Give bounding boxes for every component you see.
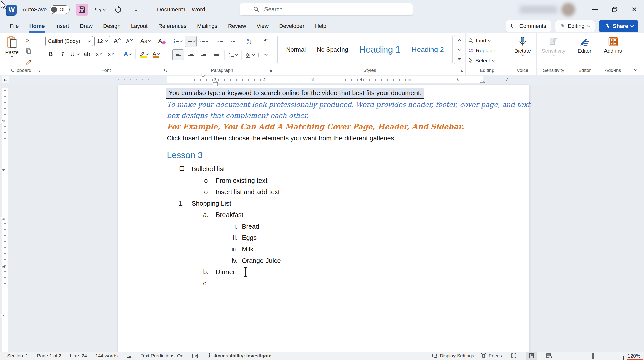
- styles-scroll-down-button[interactable]: [454, 45, 464, 55]
- tab-insert[interactable]: Insert: [50, 20, 74, 32]
- paste-button[interactable]: Paste: [3, 36, 21, 66]
- print-layout-button[interactable]: [526, 352, 537, 360]
- right-indent-marker[interactable]: [480, 80, 485, 84]
- status-accessibility[interactable]: Accessibility: Investigate: [207, 353, 271, 359]
- replace-button[interactable]: Replace: [468, 46, 495, 55]
- status-text-predictions[interactable]: Text Predictions: On: [141, 353, 183, 359]
- bullets-button[interactable]: [172, 36, 183, 47]
- style-heading-2[interactable]: Heading 2: [412, 46, 444, 54]
- selected-sentence[interactable]: You can also type a keyword to search on…: [166, 88, 424, 99]
- account-button[interactable]: [520, 3, 575, 16]
- read-mode-button[interactable]: [508, 352, 519, 360]
- tab-mailings[interactable]: Mailings: [192, 20, 223, 32]
- shading-button[interactable]: [244, 50, 255, 60]
- font-color-button[interactable]: A: [150, 49, 161, 59]
- status-page[interactable]: Page 1 of 2: [37, 353, 61, 359]
- borders-button[interactable]: [257, 50, 268, 60]
- share-button[interactable]: Share: [599, 20, 638, 32]
- first-line-indent-marker[interactable]: [200, 74, 206, 78]
- tab-home[interactable]: Home: [24, 20, 50, 32]
- status-line[interactable]: Line: 24: [70, 353, 87, 359]
- style-normal[interactable]: Normal: [286, 46, 306, 53]
- display-settings-button[interactable]: Display Settings: [432, 353, 474, 359]
- web-layout-button[interactable]: [544, 352, 555, 360]
- tab-draw[interactable]: Draw: [74, 20, 98, 32]
- strikethrough-button[interactable]: ab: [82, 49, 92, 59]
- editing-mode-button[interactable]: ✎ Editing: [555, 20, 595, 32]
- font-name-combo[interactable]: Calibri (Body): [45, 36, 93, 46]
- multilevel-list-button[interactable]: 1 a i: [198, 36, 209, 47]
- shrink-font-button[interactable]: A: [124, 36, 134, 46]
- decrease-indent-button[interactable]: [215, 36, 226, 47]
- format-painter-button[interactable]: [24, 57, 34, 66]
- tab-file[interactable]: File: [5, 20, 24, 32]
- italic-button[interactable]: I: [57, 49, 68, 59]
- align-right-button[interactable]: [198, 50, 209, 60]
- tab-layout[interactable]: Layout: [126, 20, 153, 32]
- proofing-errors-button[interactable]: [126, 353, 132, 359]
- tab-view[interactable]: View: [251, 20, 274, 32]
- grow-font-button[interactable]: A: [112, 36, 122, 46]
- repeat-button[interactable]: [112, 4, 124, 16]
- dictate-button[interactable]: Dictate: [511, 36, 534, 66]
- paragraph-dialog-launcher[interactable]: [268, 68, 272, 73]
- styles-more-button[interactable]: [454, 54, 464, 64]
- subscript-button[interactable]: x2: [94, 49, 104, 59]
- tab-design[interactable]: Design: [98, 20, 126, 32]
- line-spacing-button[interactable]: [228, 50, 239, 60]
- addins-button[interactable]: Add-ins: [601, 36, 625, 66]
- show-formatting-marks-button[interactable]: ¶: [260, 36, 272, 47]
- style-heading-1[interactable]: Heading 1: [359, 44, 401, 55]
- tab-developer[interactable]: Developer: [274, 20, 310, 32]
- restore-button[interactable]: [605, 0, 624, 19]
- undo-button[interactable]: [94, 4, 106, 16]
- numbering-button[interactable]: 1 2 3: [185, 36, 197, 47]
- clear-formatting-button[interactable]: A: [157, 36, 167, 46]
- style-no-spacing[interactable]: No Spacing: [317, 46, 348, 53]
- save-button[interactable]: [76, 4, 88, 16]
- customize-quick-access-button[interactable]: [130, 4, 142, 16]
- autosave-control[interactable]: AutoSave Off: [23, 5, 70, 14]
- tab-review[interactable]: Review: [223, 20, 251, 32]
- status-word-count[interactable]: 144 words: [95, 353, 118, 359]
- search-input[interactable]: Search: [240, 3, 413, 16]
- justify-button[interactable]: [211, 50, 222, 60]
- body-text-blue-italic-line1[interactable]: To make your document look professionall…: [167, 101, 530, 109]
- find-button[interactable]: Find: [468, 36, 495, 45]
- tab-help[interactable]: Help: [310, 20, 331, 32]
- tab-selector-button[interactable]: [2, 76, 9, 83]
- text-predictions-icon-button[interactable]: [192, 353, 198, 359]
- superscript-button[interactable]: x2: [106, 49, 116, 59]
- tab-references[interactable]: References: [153, 20, 192, 32]
- text-effects-button[interactable]: A: [122, 49, 133, 59]
- font-size-combo[interactable]: 12: [94, 36, 110, 46]
- styles-dialog-launcher[interactable]: [460, 68, 464, 73]
- clipboard-dialog-launcher[interactable]: [37, 68, 41, 73]
- zoom-slider-handle[interactable]: [592, 353, 594, 359]
- minimize-button[interactable]: [585, 0, 605, 19]
- cut-button[interactable]: ✂: [24, 36, 34, 45]
- sort-button[interactable]: AZ ↓: [244, 36, 255, 47]
- document-page[interactable]: You can also type a keyword to search on…: [118, 85, 529, 360]
- styles-scroll-up-button[interactable]: [454, 35, 464, 45]
- status-section[interactable]: Section: 1: [7, 353, 28, 359]
- select-button[interactable]: Select: [468, 56, 495, 65]
- font-dialog-launcher[interactable]: [164, 68, 168, 73]
- focus-button[interactable]: Focus: [481, 353, 502, 359]
- body-text-plain-line[interactable]: Click Insert and then choose the element…: [167, 134, 396, 142]
- body-text-blue-italic-line2[interactable]: box designs that complement each other.: [167, 112, 309, 119]
- hanging-indent-marker[interactable]: [213, 80, 218, 87]
- zoom-slider[interactable]: [572, 356, 615, 356]
- align-left-button[interactable]: [172, 49, 184, 60]
- text-highlight-button[interactable]: [138, 49, 149, 59]
- collapse-ribbon-button[interactable]: [627, 33, 644, 75]
- zoom-level-button[interactable]: 120%: [628, 353, 640, 359]
- editor-button[interactable]: Editor: [573, 36, 596, 66]
- change-case-button[interactable]: Aa: [140, 36, 151, 46]
- align-center-button[interactable]: [185, 50, 197, 60]
- increase-indent-button[interactable]: [227, 36, 238, 47]
- lesson-heading[interactable]: Lesson 3: [167, 150, 203, 160]
- close-button[interactable]: ✕: [624, 0, 644, 19]
- underline-button[interactable]: U: [69, 49, 80, 59]
- comments-button[interactable]: Comments: [506, 20, 551, 32]
